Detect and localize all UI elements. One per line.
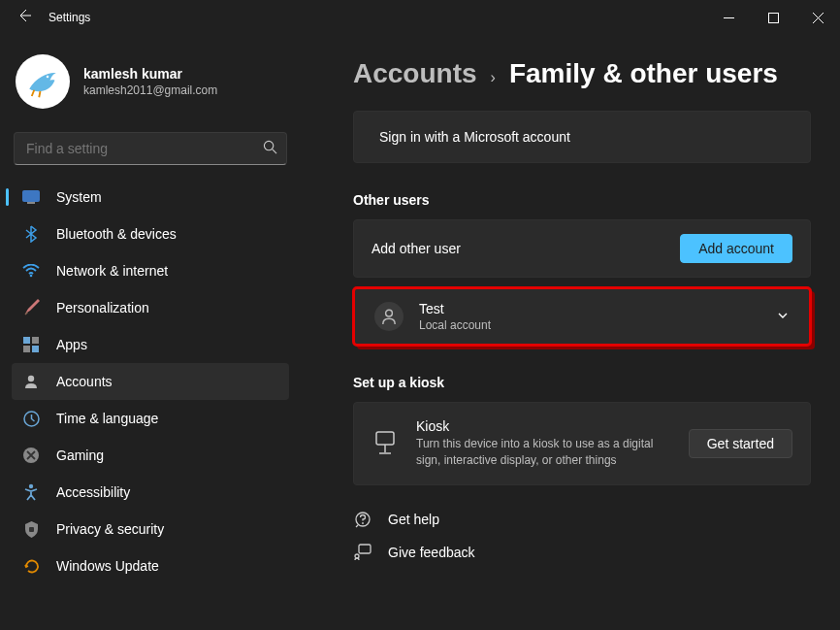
titlebar: Settings <box>0 0 840 35</box>
add-account-button[interactable]: Add account <box>680 234 792 263</box>
svg-rect-18 <box>29 527 34 532</box>
give-feedback-link[interactable]: Give feedback <box>353 544 811 561</box>
svg-rect-10 <box>23 337 30 344</box>
svg-rect-12 <box>23 346 30 352</box>
get-started-button[interactable]: Get started <box>689 429 792 458</box>
window-controls <box>706 0 840 35</box>
bluetooth-icon <box>21 225 41 243</box>
svg-rect-11 <box>32 337 39 344</box>
nav-item-gaming[interactable]: Gaming <box>12 437 289 474</box>
nav-item-personalization[interactable]: Personalization <box>12 289 289 326</box>
close-button[interactable] <box>795 0 840 35</box>
nav-item-network[interactable]: Network & internet <box>12 252 289 289</box>
user-row-test[interactable]: Test Local account <box>353 287 811 346</box>
system-icon <box>21 190 41 204</box>
svg-point-24 <box>362 522 364 524</box>
svg-rect-1 <box>768 13 778 22</box>
add-other-user-label: Add other user <box>372 241 461 256</box>
kiosk-heading: Set up a kiosk <box>353 375 811 390</box>
get-help-label: Get help <box>388 512 439 527</box>
chevron-right-icon: › <box>491 69 496 86</box>
add-other-user-row: Add other user Add account <box>353 219 811 278</box>
nav: System Bluetooth & devices Network & int… <box>12 179 289 584</box>
svg-point-17 <box>29 484 33 488</box>
svg-point-5 <box>264 141 273 149</box>
help-icon <box>353 511 372 528</box>
nav-label: Gaming <box>56 448 104 463</box>
svg-rect-8 <box>27 202 35 204</box>
nav-label: Time & language <box>56 411 158 426</box>
main-content: Accounts › Family & other users Sign in … <box>301 35 840 630</box>
clock-icon <box>21 411 41 427</box>
nav-label: System <box>56 189 102 205</box>
nav-item-apps[interactable]: Apps <box>12 326 289 363</box>
give-feedback-label: Give feedback <box>388 545 475 560</box>
nav-item-privacy[interactable]: Privacy & security <box>12 511 289 547</box>
svg-point-19 <box>386 310 393 316</box>
profile-email: kamlesh2011@gmail.com <box>83 83 217 97</box>
svg-rect-13 <box>32 346 39 352</box>
nav-item-accounts[interactable]: Accounts <box>12 363 289 400</box>
svg-line-6 <box>273 149 276 153</box>
nav-item-time-language[interactable]: Time & language <box>12 400 289 437</box>
person-icon <box>21 374 41 389</box>
user-avatar-icon <box>374 302 404 331</box>
search-container <box>14 132 287 165</box>
window-title: Settings <box>48 11 90 24</box>
svg-rect-20 <box>376 432 394 445</box>
nav-item-accessibility[interactable]: Accessibility <box>12 474 289 511</box>
nav-label: Windows Update <box>56 558 159 574</box>
user-subtitle: Local account <box>419 318 491 332</box>
nav-label: Accessibility <box>56 484 130 500</box>
microsoft-sign-in-card[interactable]: Sign in with a Microsoft account <box>353 111 811 163</box>
profile-name: kamlesh kumar <box>83 66 217 82</box>
back-button[interactable] <box>10 8 39 27</box>
kiosk-card: Kiosk Turn this device into a kiosk to u… <box>353 402 811 485</box>
brush-icon <box>21 299 41 316</box>
avatar <box>16 54 70 109</box>
nav-item-system[interactable]: System <box>12 179 289 216</box>
feedback-icon <box>353 544 372 561</box>
svg-rect-7 <box>23 191 40 202</box>
shield-icon <box>21 521 41 538</box>
get-help-link[interactable]: Get help <box>353 511 811 528</box>
selection-indicator <box>6 188 9 206</box>
nav-label: Network & internet <box>56 263 168 279</box>
nav-item-bluetooth[interactable]: Bluetooth & devices <box>12 216 289 252</box>
kiosk-icon <box>372 431 399 456</box>
sign-in-prompt-text: Sign in with a Microsoft account <box>379 129 570 145</box>
update-icon <box>21 558 41 575</box>
svg-rect-25 <box>359 545 371 553</box>
other-users-heading: Other users <box>353 192 811 208</box>
kiosk-description: Turn this device into a kiosk to use as … <box>416 436 671 469</box>
accessibility-icon <box>21 483 41 501</box>
search-input[interactable] <box>14 132 287 165</box>
search-icon <box>263 140 277 157</box>
minimize-button[interactable] <box>706 0 751 35</box>
profile-block[interactable]: kamlesh kumar kamlesh2011@gmail.com <box>12 35 289 128</box>
kiosk-title: Kiosk <box>416 418 671 434</box>
nav-item-windows-update[interactable]: Windows Update <box>12 547 289 584</box>
svg-point-4 <box>47 76 49 79</box>
breadcrumb-current: Family & other users <box>509 58 778 89</box>
svg-point-9 <box>30 275 33 278</box>
chevron-down-icon <box>776 309 790 325</box>
maximize-button[interactable] <box>751 0 795 35</box>
svg-point-14 <box>28 376 34 381</box>
nav-label: Bluetooth & devices <box>56 226 177 242</box>
nav-label: Privacy & security <box>56 521 164 537</box>
nav-label: Accounts <box>56 374 113 389</box>
nav-label: Personalization <box>56 300 149 315</box>
breadcrumb-parent[interactable]: Accounts <box>353 58 477 89</box>
user-name: Test <box>419 301 491 316</box>
apps-icon <box>21 337 41 352</box>
wifi-icon <box>21 264 41 278</box>
nav-label: Apps <box>56 337 87 352</box>
gaming-icon <box>21 447 41 464</box>
footer-links: Get help Give feedback <box>353 511 811 561</box>
sidebar: kamlesh kumar kamlesh2011@gmail.com Syst… <box>0 35 301 630</box>
breadcrumb: Accounts › Family & other users <box>353 58 811 89</box>
